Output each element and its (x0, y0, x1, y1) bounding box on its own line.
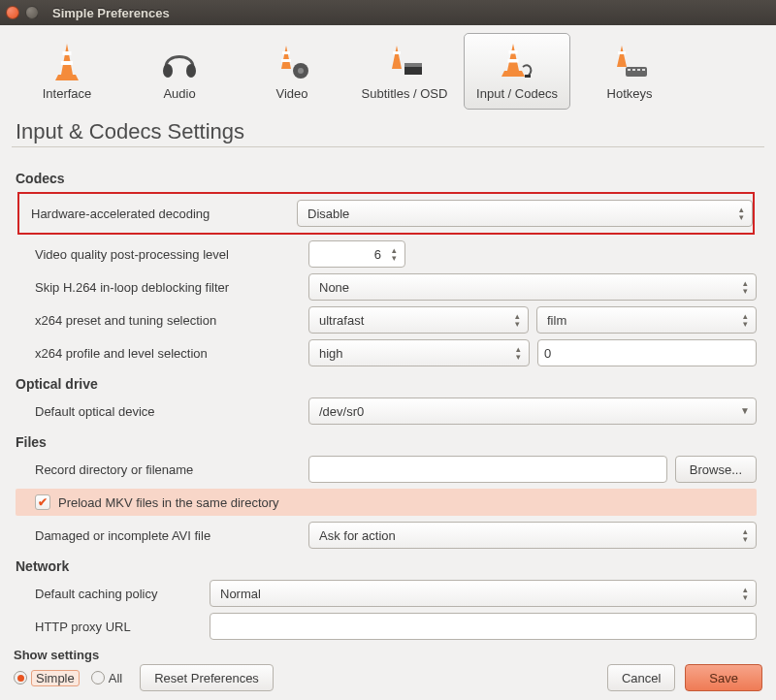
svg-marker-15 (507, 44, 519, 71)
row-preload-mkv: ✔ Preload MKV files in the same director… (16, 489, 757, 516)
svg-point-10 (298, 68, 304, 74)
svg-marker-3 (55, 75, 79, 80)
combo-value: Disable (307, 207, 349, 221)
minimize-icon[interactable] (25, 6, 39, 19)
row-caching: Default caching policy Normal ▴▾ (16, 580, 757, 607)
svg-marker-20 (617, 46, 627, 67)
row-record-dir: Record directory or filename Browse... (16, 456, 757, 483)
tab-interface[interactable]: Interface (14, 33, 120, 110)
svg-rect-21 (618, 51, 626, 54)
tab-input-codecs[interactable]: Input / Codecs (464, 33, 570, 110)
svg-rect-25 (637, 69, 640, 71)
tab-label: Hotkeys (581, 86, 678, 101)
close-icon[interactable] (6, 6, 19, 19)
updown-icon: ▴▾ (510, 312, 524, 328)
updown-icon: ▴▾ (738, 527, 752, 543)
svg-marker-18 (501, 71, 525, 77)
svg-marker-11 (392, 46, 402, 69)
combo-value: None (319, 280, 349, 295)
input-x264-level[interactable] (537, 339, 757, 366)
tab-hotkeys[interactable]: Hotkeys (576, 33, 683, 110)
radio-all-label: All (109, 671, 122, 685)
input-proxy[interactable] (210, 613, 757, 640)
updown-icon: ▴▾ (387, 246, 401, 262)
svg-marker-6 (281, 46, 291, 69)
tab-video[interactable]: Video (239, 33, 345, 110)
combo-optical-device[interactable]: /dev/sr0 ▼ (308, 398, 757, 425)
updown-icon: ▴▾ (738, 279, 752, 295)
svg-rect-17 (508, 59, 519, 63)
tab-label: Subtitles / OSD (356, 86, 453, 101)
combo-x264-tune[interactable]: film ▴▾ (536, 306, 757, 334)
group-optical: Optical drive (16, 376, 757, 392)
combo-caching[interactable]: Normal ▴▾ (210, 580, 757, 607)
svg-rect-19 (525, 75, 531, 78)
combo-skip-loop[interactable]: None ▴▾ (308, 273, 757, 301)
tab-subtitles[interactable]: Subtitles / OSD (351, 33, 458, 110)
row-postproc: Video quality post-processing level 6 ▴▾ (16, 240, 757, 268)
input-record-dir[interactable] (308, 456, 667, 483)
svg-rect-22 (626, 67, 647, 77)
vlc-cone-film-icon (243, 40, 340, 84)
tab-label: Video (243, 86, 340, 101)
save-button[interactable]: Save (685, 664, 762, 691)
updown-icon: ▴▾ (511, 345, 525, 361)
settings-scrollarea[interactable]: Codecs Hardware-accelerated decoding Dis… (8, 161, 768, 642)
spin-postproc[interactable]: 6 ▴▾ (308, 240, 405, 268)
svg-rect-24 (632, 69, 635, 71)
group-network: Network (16, 558, 757, 574)
row-hw-decoding: Hardware-accelerated decoding Disable ▴▾ (17, 192, 755, 235)
label-record-dir: Record directory or filename (16, 462, 308, 477)
label-x264-preset: x264 preset and tuning selection (16, 313, 308, 328)
checkbox-preload-mkv[interactable]: ✔ (35, 494, 50, 510)
svg-rect-8 (281, 59, 291, 62)
page-title: Input & Codecs Settings (16, 119, 760, 144)
updown-icon: ▴▾ (738, 586, 752, 601)
group-codecs: Codecs (16, 171, 757, 186)
separator (12, 146, 764, 147)
svg-rect-26 (642, 69, 645, 71)
radio-all[interactable] (91, 671, 105, 684)
label-avi: Damaged or incomplete AVI file (16, 528, 308, 543)
svg-point-4 (163, 64, 173, 78)
footer: Show settings Simple All Reset Preferenc… (0, 644, 776, 700)
combo-x264-profile[interactable]: high ▴▾ (308, 339, 530, 366)
tab-label: Input / Codecs (469, 86, 566, 101)
label-proxy: HTTP proxy URL (16, 620, 210, 634)
category-tabbar: Interface Audio Video (0, 25, 776, 110)
row-optical-device: Default optical device /dev/sr0 ▼ (16, 398, 757, 425)
cancel-button[interactable]: Cancel (607, 664, 675, 691)
combo-avi[interactable]: Ask for action ▴▾ (308, 522, 757, 549)
combo-hw-decoding[interactable]: Disable ▴▾ (297, 200, 753, 227)
window-title: Simple Preferences (52, 6, 170, 20)
combo-value: /dev/sr0 (319, 404, 364, 419)
tab-label: Audio (131, 86, 228, 101)
titlebar: Simple Preferences (0, 0, 776, 25)
label-caching: Default caching policy (16, 587, 210, 601)
row-skip-loop: Skip H.264 in-loop deblocking filter Non… (16, 273, 757, 301)
radio-simple-label: Simple (31, 670, 80, 686)
svg-rect-7 (282, 51, 290, 54)
tab-audio[interactable]: Audio (126, 33, 233, 110)
combo-x264-preset[interactable]: ultrafast ▴▾ (308, 306, 529, 334)
row-proxy: HTTP proxy URL (16, 613, 757, 640)
label-preload-mkv: Preload MKV files in the same directory (58, 495, 279, 510)
vlc-cone-icon (18, 40, 115, 84)
row-avi: Damaged or incomplete AVI file Ask for a… (16, 522, 757, 549)
updown-icon: ▴▾ (734, 206, 748, 221)
svg-rect-2 (61, 61, 73, 65)
spin-value: 6 (309, 247, 387, 262)
label-hw-decoding: Hardware-accelerated decoding (19, 207, 297, 221)
label-postproc: Video quality post-processing level (16, 247, 308, 262)
reset-preferences-button[interactable]: Reset Preferences (140, 664, 274, 691)
combo-value: ultrafast (319, 313, 364, 328)
label-skip-loop: Skip H.264 in-loop deblocking filter (16, 280, 308, 295)
radio-simple[interactable] (14, 671, 27, 684)
row-x264-preset: x264 preset and tuning selection ultrafa… (16, 306, 757, 334)
browse-button[interactable]: Browse... (675, 456, 757, 483)
svg-rect-12 (393, 51, 401, 54)
label-optical-device: Default optical device (16, 404, 308, 419)
combo-value: Normal (220, 587, 261, 601)
svg-point-5 (186, 64, 196, 78)
tab-label: Interface (18, 86, 115, 101)
